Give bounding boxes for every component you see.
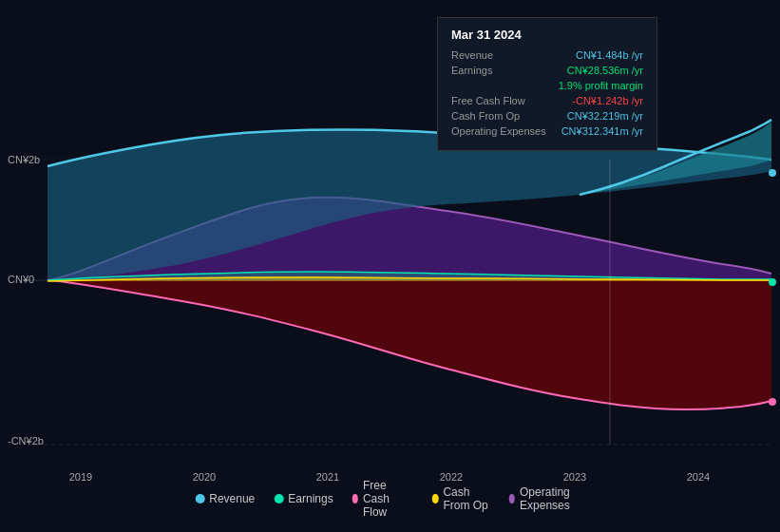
- legend-opex: Operating Expenses: [509, 485, 585, 512]
- tooltip-fcf-row: Free Cash Flow -CN¥1.242b /yr: [451, 95, 643, 106]
- legend-cfo: Cash From Op: [432, 485, 490, 512]
- legend-cfo-label: Cash From Op: [443, 485, 489, 512]
- tooltip-earnings-val: CN¥28.536m /yr: [567, 65, 643, 76]
- y-axis-mid: CN¥0: [8, 274, 34, 285]
- chart-legend: Revenue Earnings Free Cash Flow Cash Fro…: [195, 479, 585, 519]
- x-label-2024: 2024: [687, 471, 710, 483]
- revenue-right-dot: [769, 169, 776, 177]
- tooltip-opex-label: Operating Expenses: [451, 125, 546, 137]
- tooltip-opex-val: CN¥312.341m /yr: [561, 125, 643, 137]
- tooltip-earnings-row: Earnings CN¥28.536m /yr: [451, 65, 643, 76]
- legend-revenue-dot: [195, 494, 204, 504]
- tooltip-cfo-row: Cash From Op CN¥32.219m /yr: [451, 110, 643, 122]
- earnings-right-dot: [769, 278, 776, 286]
- legend-cfo-dot: [432, 494, 438, 504]
- tooltip-cfo-val: CN¥32.219m /yr: [567, 110, 643, 122]
- chart-svg: [0, 0, 780, 484]
- tooltip-revenue-val: CN¥1.484b /yr: [576, 49, 643, 61]
- tooltip-fcf-val: -CN¥1.242b /yr: [572, 95, 643, 106]
- y-axis-bot: -CN¥2b: [8, 435, 44, 446]
- tooltip-profit-margin-row: 1.9% profit margin: [451, 80, 643, 91]
- legend-earnings: Earnings: [274, 492, 333, 505]
- x-label-2019: 2019: [69, 471, 92, 483]
- legend-revenue: Revenue: [195, 492, 255, 505]
- data-tooltip: Mar 31 2024 Revenue CN¥1.484b /yr Earnin…: [437, 17, 657, 151]
- fcf-right-dot: [769, 398, 776, 406]
- legend-fcf: Free Cash Flow: [352, 479, 413, 519]
- tooltip-cfo-label: Cash From Op: [451, 110, 520, 122]
- legend-earnings-label: Earnings: [288, 492, 333, 505]
- chart-container: CN¥2b CN¥0 -CN¥2b Mar 31 2024 Revenue CN…: [0, 0, 780, 532]
- tooltip-revenue-row: Revenue CN¥1.484b /yr: [451, 49, 643, 61]
- tooltip-fcf-label: Free Cash Flow: [451, 95, 525, 106]
- legend-earnings-dot: [274, 494, 283, 504]
- tooltip-profit-margin: 1.9% profit margin: [555, 80, 643, 91]
- tooltip-opex-row: Operating Expenses CN¥312.341m /yr: [451, 125, 643, 137]
- legend-fcf-dot: [352, 494, 358, 504]
- legend-fcf-label: Free Cash Flow: [363, 479, 413, 519]
- legend-opex-dot: [509, 494, 515, 504]
- legend-revenue-label: Revenue: [209, 492, 255, 505]
- tooltip-earnings-label: Earnings: [451, 65, 492, 76]
- tooltip-revenue-label: Revenue: [451, 49, 493, 61]
- tooltip-date: Mar 31 2024: [451, 28, 643, 42]
- y-axis-top: CN¥2b: [8, 154, 40, 165]
- legend-opex-label: Operating Expenses: [520, 485, 585, 512]
